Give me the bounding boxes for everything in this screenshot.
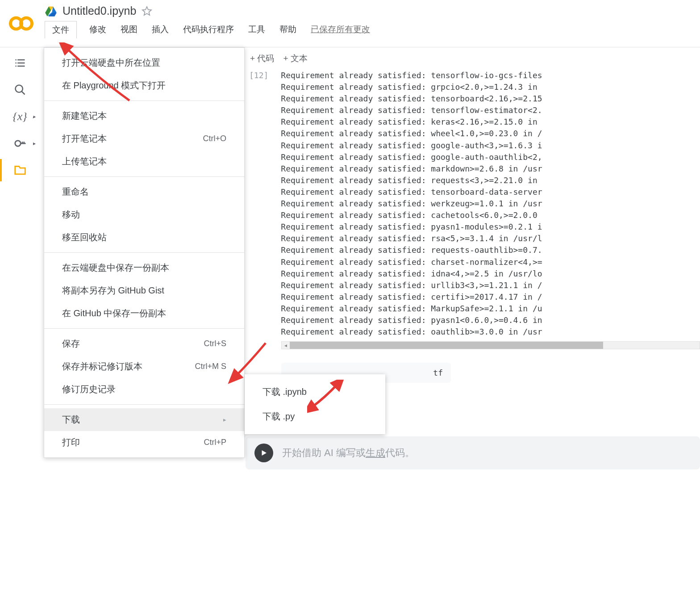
horizontal-scrollbar[interactable]: ◄ bbox=[281, 341, 700, 349]
menu-entry[interactable]: 在云端硬盘中保存一份副本 bbox=[44, 256, 244, 279]
play-icon[interactable] bbox=[254, 444, 273, 462]
search-icon[interactable] bbox=[13, 83, 27, 96]
add-code-button[interactable]: + 代码 bbox=[250, 53, 274, 64]
doc-title[interactable]: Untitled0.ipynb bbox=[62, 4, 136, 17]
scroll-left-arrow[interactable]: ◄ bbox=[282, 342, 290, 349]
add-text-button[interactable]: + 文本 bbox=[283, 53, 307, 64]
menu-entry[interactable]: 保存Ctrl+S bbox=[44, 332, 244, 355]
drive-icon bbox=[45, 5, 57, 17]
menu-entry[interactable]: 移至回收站 bbox=[44, 226, 244, 249]
menu-entry[interactable]: 打开云端硬盘中所在位置 bbox=[44, 51, 244, 74]
svg-marker-4 bbox=[53, 6, 57, 13]
ai-placeholder: 开始借助 AI 编写或生成代码。 bbox=[282, 446, 415, 460]
svg-point-7 bbox=[15, 85, 22, 92]
menu-entry[interactable]: 将副本另存为 GitHub Gist bbox=[44, 279, 244, 302]
menu-bar: 文件 修改 视图 插入 代码执行程序 工具 帮助 已保存所有更改 bbox=[45, 21, 700, 38]
menu-entry[interactable]: 重命名 bbox=[44, 180, 244, 203]
variables-icon[interactable]: {x}▸ bbox=[13, 110, 27, 123]
colab-logo-icon bbox=[9, 11, 33, 36]
cell-output: Requirement already satisfied: tensorflo… bbox=[276, 70, 542, 338]
scrollbar-thumb[interactable] bbox=[290, 342, 603, 349]
download-ipynb[interactable]: 下载 .ipynb bbox=[245, 380, 385, 404]
files-icon[interactable] bbox=[13, 163, 27, 177]
menu-view[interactable]: 视图 bbox=[119, 21, 139, 38]
header-right: Untitled0.ipynb 文件 修改 视图 插入 代码执行程序 工具 帮助… bbox=[45, 4, 700, 38]
chevron-right-icon: ▸ bbox=[223, 416, 226, 423]
ai-code-cell[interactable]: 开始借助 AI 编写或生成代码。 bbox=[246, 436, 700, 469]
menu-entry[interactable]: 新建笔记本 bbox=[44, 105, 244, 127]
menu-edit[interactable]: 修改 bbox=[88, 21, 108, 38]
code-text: tf bbox=[433, 368, 443, 377]
svg-point-9 bbox=[15, 141, 21, 147]
save-status[interactable]: 已保存所有更改 bbox=[309, 21, 372, 38]
menu-entry[interactable]: 保存并标记修订版本Ctrl+M S bbox=[44, 355, 244, 378]
download-py[interactable]: 下载 .py bbox=[245, 404, 385, 429]
menu-entry[interactable]: 打印Ctrl+P bbox=[44, 431, 244, 454]
menu-entry[interactable]: 上传笔记本 bbox=[44, 150, 244, 173]
download-submenu: 下载 .ipynb 下载 .py bbox=[245, 374, 385, 434]
cell-execution-count: [12] bbox=[246, 70, 272, 81]
menu-help[interactable]: 帮助 bbox=[278, 21, 298, 38]
star-icon[interactable] bbox=[142, 6, 152, 17]
header: Untitled0.ipynb 文件 修改 视图 插入 代码执行程序 工具 帮助… bbox=[0, 0, 700, 47]
menu-entry[interactable]: 修订历史记录 bbox=[44, 378, 244, 401]
menu-entry[interactable]: 移动 bbox=[44, 203, 244, 226]
menu-tools[interactable]: 工具 bbox=[246, 21, 267, 38]
title-row: Untitled0.ipynb bbox=[45, 4, 700, 17]
secrets-icon[interactable]: ▸ bbox=[13, 137, 27, 150]
menu-entry[interactable]: 在 GitHub 中保存一份副本 bbox=[44, 302, 244, 325]
menu-insert[interactable]: 插入 bbox=[150, 21, 171, 38]
svg-line-8 bbox=[21, 92, 25, 95]
menu-entry[interactable]: 打开笔记本Ctrl+O bbox=[44, 127, 244, 150]
toc-icon[interactable] bbox=[13, 56, 27, 70]
menu-entry[interactable]: 下载▸ bbox=[44, 408, 244, 431]
left-rail: {x}▸ ▸ bbox=[0, 47, 40, 603]
file-menu-dropdown: 打开云端硬盘中所在位置在 Playground 模式下打开新建笔记本打开笔记本C… bbox=[44, 47, 245, 458]
menu-entry[interactable]: 在 Playground 模式下打开 bbox=[44, 74, 244, 97]
menu-file[interactable]: 文件 bbox=[45, 21, 77, 38]
menu-runtime[interactable]: 代码执行程序 bbox=[181, 21, 236, 38]
